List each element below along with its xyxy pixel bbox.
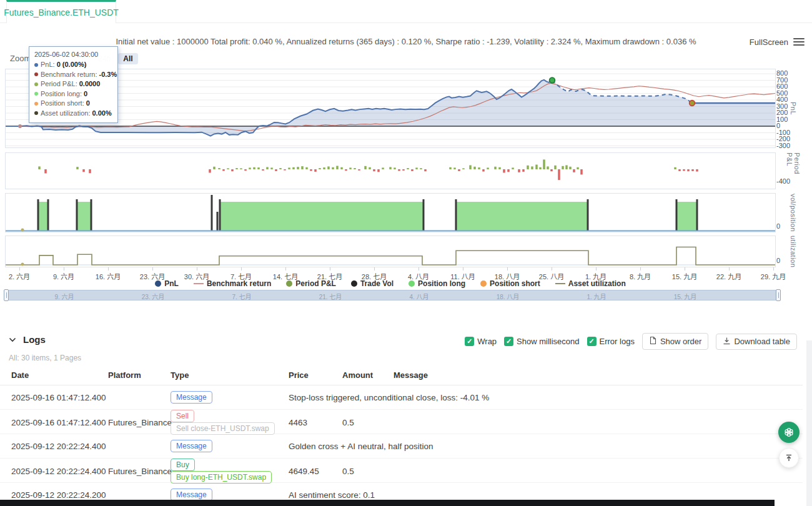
- utilization-chart-panel[interactable]: [5, 236, 776, 267]
- legend-item-pnl[interactable]: PnL: [155, 279, 179, 288]
- page-scrollbar-gutter[interactable]: [806, 340, 812, 506]
- cell-type: SellSell close-ETH_USDT.swap: [171, 410, 289, 435]
- x-axis-tick: [507, 267, 508, 270]
- tab-label: Futures_Binance.ETH_USDT: [4, 7, 119, 17]
- zoom-button-all[interactable]: All: [118, 53, 137, 64]
- zoom-label: Zoom: [10, 54, 31, 63]
- legend-item-asset-utilization[interactable]: Asset utilization: [555, 279, 626, 288]
- legend-marker-icon: [408, 280, 415, 287]
- x-axis-tick: [19, 267, 20, 270]
- legend-marker-icon: [194, 283, 204, 284]
- tooltip-rows: PnL:0 (0.00%)Benchmark return:-0.3%Perio…: [34, 60, 112, 118]
- x-axis-tick: [64, 267, 64, 270]
- tooltip-row-value: 0: [84, 89, 87, 99]
- column-header-message: Message: [394, 370, 803, 380]
- table-row[interactable]: 2025-09-12 20:22:24.400MessageGolden cro…: [0, 434, 803, 459]
- cell-price: 4463: [289, 418, 342, 427]
- tooltip-row-label: PnL:: [41, 60, 55, 70]
- util-axis-title: utilization: [788, 236, 798, 267]
- tooltip-row-value: 0.00%: [92, 109, 111, 119]
- legend-item-period-p-l[interactable]: Period P&L: [286, 279, 336, 288]
- cell-date: 2025-09-16 01:47:12.400: [11, 418, 108, 427]
- logs-title: Logs: [23, 334, 46, 345]
- tooltip-row: Benchmark return:-0.3%: [34, 70, 112, 80]
- type-badge-gray[interactable]: Sell close-ETH_USDT.swap: [171, 422, 275, 435]
- checkbox-wrap[interactable]: ✓Wrap: [465, 337, 497, 346]
- summary-stats: Initial net value : 1000000 Total profit…: [0, 37, 812, 46]
- tab-futures-binance-eth-usdt[interactable]: Futures_Binance.ETH_USDT: [6, 0, 116, 23]
- brush-label: 7. 七月: [220, 292, 264, 301]
- cell-type: Message: [171, 391, 289, 404]
- scroll-top-icon: [785, 454, 793, 462]
- legend-label: Trade Vol: [360, 279, 394, 288]
- column-header-platform: Platform: [108, 370, 171, 380]
- tooltip-row-label: Period P&L:: [41, 79, 77, 89]
- brush-handle-left[interactable]: [4, 289, 9, 301]
- legend-marker-icon: [155, 280, 161, 287]
- checkbox-checked-icon: ✓: [587, 337, 597, 346]
- x-axis-tick: [108, 267, 109, 270]
- legend-item-trade-vol[interactable]: Trade Vol: [351, 279, 394, 288]
- series-dot-icon: [34, 63, 38, 67]
- backtest-page: Futures_Binance.ETH_USDT Initial net val…: [0, 0, 812, 506]
- checkbox-show-millisecond[interactable]: ✓Show millisecond: [504, 337, 579, 346]
- legend-item-position-long[interactable]: Position long: [408, 279, 465, 288]
- x-axis-tick: [773, 267, 774, 270]
- download-icon: [723, 337, 731, 347]
- checkbox-label: Show millisecond: [517, 337, 579, 346]
- vol-position-chart-panel[interactable]: [5, 193, 776, 232]
- legend-marker-icon: [480, 280, 487, 287]
- type-badge-blue[interactable]: Message: [171, 489, 212, 501]
- tooltip-row-label: Position long:: [41, 89, 82, 99]
- type-badge-red[interactable]: Sell: [171, 410, 194, 422]
- legend-label: Period P&L: [295, 279, 336, 288]
- cell-date: 2025-09-12 20:22:24.200: [11, 490, 108, 500]
- tooltip-row-value: 0: [86, 99, 90, 109]
- type-badge-blue[interactable]: Message: [171, 440, 212, 452]
- brush-handle-right[interactable]: [776, 289, 781, 301]
- cell-message: Stop-loss triggered, unconditional close…: [289, 393, 803, 402]
- cell-message: Golden cross + AI neutral, half position: [289, 442, 803, 451]
- download-table-button[interactable]: Download table: [716, 334, 797, 350]
- scroll-to-top-button[interactable]: [779, 448, 799, 468]
- fullscreen-button[interactable]: FullScreen: [750, 37, 788, 47]
- bottom-dark-bar: [0, 500, 775, 506]
- chart-menu-icon[interactable]: [793, 38, 805, 46]
- type-badge-teal[interactable]: Buy: [171, 459, 195, 471]
- period-axis-title: Period P&L: [788, 152, 798, 189]
- tooltip-row: PnL:0 (0.00%): [34, 60, 112, 70]
- series-dot-icon: [34, 82, 38, 86]
- x-axis-tick: [285, 267, 286, 270]
- type-badge-green[interactable]: Buy long-ETH_USDT.swap: [171, 471, 272, 484]
- datazoom-brush[interactable]: 9. 六月23. 六月7. 七月21. 七月4. 八月18. 八月1. 九月15…: [5, 290, 780, 300]
- pnl-axis-title: PnL: [788, 69, 798, 148]
- pnl-chart-panel[interactable]: [5, 69, 776, 148]
- table-row[interactable]: 2025-09-12 20:22:24.400Futures_BinanceBu…: [0, 459, 803, 483]
- legend-item-benchmark-return[interactable]: Benchmark return: [194, 279, 271, 288]
- series-dot-icon: [34, 72, 38, 76]
- column-header-amount: Amount: [342, 370, 394, 380]
- column-header-price: Price: [289, 370, 342, 380]
- legend-item-position-short[interactable]: Position short: [480, 279, 540, 288]
- cell-date: 2025-09-12 20:22:24.400: [11, 442, 108, 451]
- ai-assistant-button[interactable]: [778, 422, 800, 443]
- cell-platform: Futures_Binance: [108, 418, 171, 427]
- period-pnl-chart: [6, 153, 775, 189]
- vol-axis-title: vol/position: [788, 193, 798, 232]
- checkbox-checked-icon: ✓: [504, 337, 513, 346]
- cell-amount: 0.5: [342, 418, 394, 427]
- tooltip-row-label: Benchmark return:: [41, 70, 97, 80]
- legend-marker-icon: [555, 283, 565, 284]
- type-badge-blue[interactable]: Message: [171, 391, 212, 404]
- chart-tooltip: 2025-06-02 04:30:00 PnL:0 (0.00%)Benchma…: [29, 46, 118, 123]
- checkbox-error-logs[interactable]: ✓Error logs: [587, 337, 635, 346]
- utilization-chart: [6, 236, 775, 267]
- checkbox-label: Error logs: [600, 337, 635, 346]
- period-pnl-chart-panel[interactable]: [5, 152, 776, 189]
- table-row[interactable]: 2025-09-16 01:47:12.400Futures_BinanceSe…: [0, 410, 803, 434]
- show-order-button[interactable]: Show order: [642, 333, 708, 350]
- table-row[interactable]: 2025-09-16 01:47:12.400MessageStop-loss …: [0, 385, 803, 410]
- x-axis-tick: [152, 267, 153, 270]
- x-axis-tick: [418, 267, 419, 270]
- collapse-chevron-icon[interactable]: [9, 337, 16, 342]
